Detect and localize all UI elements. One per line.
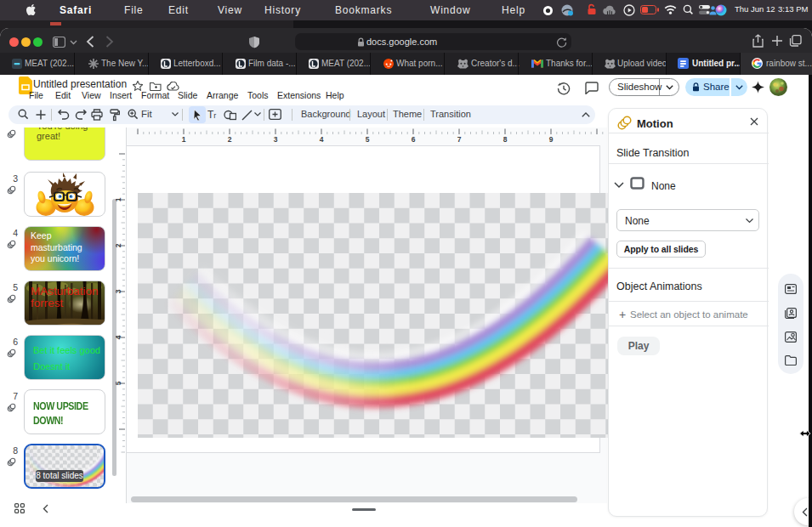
svg-text:3: 3 [274, 135, 278, 144]
svg-text:7: 7 [457, 135, 462, 144]
svg-text:1: 1 [116, 197, 122, 201]
svg-text:forrest: forrest [31, 297, 64, 309]
svg-text:8: 8 [503, 135, 508, 144]
svg-text:4: 4 [116, 335, 122, 339]
svg-text:1: 1 [182, 135, 186, 144]
svg-text:9: 9 [549, 135, 554, 144]
svg-text:5: 5 [116, 381, 122, 385]
svg-text:3: 3 [116, 289, 122, 293]
svg-text:6: 6 [412, 135, 416, 144]
svg-text:2: 2 [228, 135, 232, 144]
svg-text:2: 2 [116, 243, 122, 247]
svg-text:4: 4 [320, 135, 324, 144]
svg-text:MAsturbation: MAsturbation [31, 285, 99, 298]
svg-text:5: 5 [366, 135, 370, 144]
